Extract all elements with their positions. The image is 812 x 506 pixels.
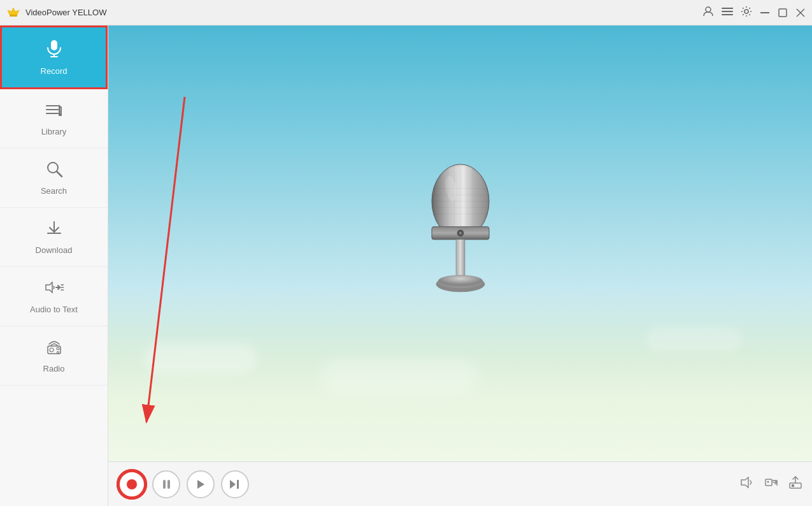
sidebar-item-download[interactable]: Download bbox=[0, 208, 108, 267]
app-logo bbox=[6, 6, 20, 20]
svg-rect-9 bbox=[779, 9, 787, 17]
right-controls bbox=[740, 475, 802, 493]
svg-point-44 bbox=[459, 232, 462, 235]
svg-point-56 bbox=[767, 481, 769, 483]
next-icon bbox=[229, 479, 241, 489]
volume-button[interactable] bbox=[740, 475, 754, 493]
sidebar-item-library[interactable]: Library bbox=[0, 89, 108, 148]
user-icon[interactable] bbox=[702, 6, 714, 20]
app-title: VideoPower YELLOW bbox=[25, 8, 106, 17]
title-bar: VideoPower YELLOW bbox=[0, 0, 812, 25]
svg-point-27 bbox=[50, 348, 53, 352]
library-icon bbox=[45, 101, 63, 123]
main-layout: Record Library bbox=[0, 25, 812, 506]
svg-rect-45 bbox=[456, 240, 465, 281]
sidebar-item-search-label: Search bbox=[41, 186, 67, 196]
search-icon bbox=[45, 160, 63, 182]
svg-marker-54 bbox=[741, 477, 748, 488]
svg-rect-57 bbox=[790, 483, 801, 488]
sidebar-item-download-label: Download bbox=[36, 245, 73, 255]
svg-rect-6 bbox=[730, 8, 733, 9]
pause-icon bbox=[163, 480, 170, 489]
play-button[interactable] bbox=[187, 470, 215, 498]
record-button[interactable] bbox=[118, 470, 146, 498]
sidebar-item-search[interactable]: Search bbox=[0, 148, 108, 208]
record-dot bbox=[127, 479, 137, 489]
menu-icon[interactable] bbox=[722, 6, 733, 20]
microphone-illustration bbox=[410, 144, 511, 325]
minimize-button[interactable] bbox=[760, 8, 770, 18]
svg-rect-4 bbox=[722, 11, 733, 12]
maximize-button[interactable] bbox=[778, 8, 788, 18]
radio-icon bbox=[45, 338, 63, 360]
svg-point-29 bbox=[57, 352, 59, 354]
sidebar-item-library-label: Library bbox=[41, 127, 67, 136]
svg-rect-1 bbox=[10, 15, 17, 17]
play-icon bbox=[196, 479, 205, 489]
svg-point-47 bbox=[438, 275, 483, 287]
settings-icon[interactable] bbox=[741, 6, 752, 20]
bottom-bar bbox=[108, 461, 812, 506]
sidebar-item-record[interactable]: Record bbox=[0, 25, 108, 89]
sidebar-item-record-label: Record bbox=[41, 66, 68, 76]
svg-marker-0 bbox=[8, 8, 19, 15]
microphone-icon bbox=[45, 39, 64, 62]
sidebar-item-audio-to-text-label: Audio to Text bbox=[30, 305, 78, 314]
download-icon bbox=[45, 219, 63, 242]
background-image bbox=[108, 25, 812, 461]
sidebar-item-radio[interactable]: Radio bbox=[0, 326, 108, 386]
svg-marker-51 bbox=[197, 480, 204, 489]
next-button[interactable] bbox=[221, 470, 249, 498]
audio-to-text-icon bbox=[45, 278, 64, 301]
svg-rect-12 bbox=[51, 40, 57, 50]
svg-rect-58 bbox=[792, 484, 794, 487]
svg-point-2 bbox=[706, 7, 711, 12]
svg-point-7 bbox=[744, 10, 748, 13]
window-controls bbox=[702, 6, 806, 20]
export-button[interactable] bbox=[788, 475, 802, 493]
content-area bbox=[108, 25, 812, 506]
svg-point-28 bbox=[57, 347, 59, 350]
svg-rect-5 bbox=[722, 14, 733, 15]
sidebar-item-radio-label: Radio bbox=[43, 364, 65, 373]
svg-line-22 bbox=[57, 171, 62, 177]
tag-button[interactable] bbox=[764, 475, 778, 493]
svg-rect-8 bbox=[760, 12, 769, 13]
svg-rect-53 bbox=[237, 480, 239, 489]
close-button[interactable] bbox=[795, 8, 806, 18]
pause-button[interactable] bbox=[152, 470, 180, 498]
svg-marker-52 bbox=[230, 480, 236, 489]
sidebar: Record Library bbox=[0, 25, 108, 506]
sidebar-item-audio-to-text[interactable]: Audio to Text bbox=[0, 267, 108, 326]
